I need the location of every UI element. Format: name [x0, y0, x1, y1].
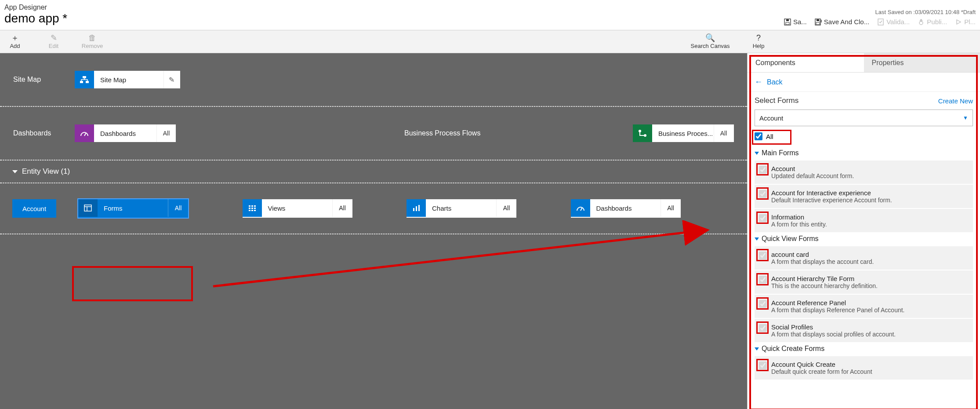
form-item-checkbox[interactable]	[759, 252, 767, 259]
page-subtitle: App Designer	[4, 4, 67, 11]
header-actions: Sa... Save And Clo... Valida... Publi...…	[784, 18, 976, 26]
dash-left: Dashboards All	[75, 124, 404, 142]
validate-button[interactable]: Valida...	[877, 18, 910, 26]
entity-select[interactable]: Account ▼	[755, 110, 973, 126]
form-group-header[interactable]: Quick View Forms	[755, 235, 973, 243]
form-item[interactable]: Account for Interactive experienceDefaul…	[755, 185, 973, 208]
charts-badge: All	[496, 199, 516, 217]
caret-down-icon	[755, 347, 759, 351]
svg-rect-19	[251, 205, 253, 207]
play-button[interactable]: Pl...	[955, 18, 976, 26]
caret-down-icon	[755, 152, 759, 155]
remove-button[interactable]: 🗑 Remove	[79, 34, 105, 49]
svg-rect-2	[786, 19, 789, 21]
form-group-header[interactable]: Main Forms	[755, 149, 973, 157]
save-icon	[784, 18, 791, 26]
form-item-checkbox[interactable]	[759, 190, 767, 198]
annotation-box-forms	[72, 266, 193, 301]
component-cell-views: Views All	[243, 199, 407, 218]
form-item-title: Account Hierarchy Tile Form	[771, 275, 878, 282]
filter-all-checkbox[interactable]: All	[755, 132, 773, 140]
bpf-label: Business Process Flows	[404, 129, 480, 137]
form-item[interactable]: account cardA form that displays the acc…	[755, 246, 973, 270]
forms-tile-label: Forms	[98, 199, 168, 217]
views-badge: All	[332, 199, 352, 217]
component-cell-charts: Charts All	[407, 199, 571, 218]
forms-badge: All	[168, 199, 188, 217]
svg-rect-23	[254, 208, 256, 209]
svg-rect-18	[249, 205, 250, 207]
panel-tabs: Components Properties	[748, 53, 980, 73]
help-icon: ?	[756, 34, 761, 42]
sitemap-tile[interactable]: Site Map ✎	[75, 71, 180, 88]
toolbar-left: ＋ Add ✎ Edit 🗑 Remove	[2, 34, 105, 49]
svg-rect-25	[251, 210, 253, 211]
form-item-checkbox[interactable]	[759, 300, 767, 308]
add-button[interactable]: ＋ Add	[2, 34, 28, 49]
sitemap-edit-button[interactable]: ✎	[163, 71, 179, 88]
svg-rect-22	[251, 208, 253, 209]
tab-components[interactable]: Components	[748, 53, 864, 72]
select-forms-title: Select Forms	[755, 96, 799, 105]
form-item-checkbox[interactable]	[759, 166, 767, 174]
sitemap-label: Site Map	[13, 76, 57, 84]
bpf-tile[interactable]: Business Proces... All	[633, 124, 734, 142]
help-button[interactable]: ? Help	[745, 34, 772, 49]
dashboards-row: Dashboards Dashboards All Business Proce…	[0, 107, 747, 160]
panel-body: Select Forms Create New Account ▼ All Ma…	[748, 92, 980, 409]
svg-rect-10	[86, 81, 89, 83]
form-item[interactable]: Account Reference PanelA form that displ…	[755, 295, 973, 318]
entity-row: Account Forms All	[0, 183, 747, 234]
validate-icon	[877, 18, 884, 26]
tab-properties[interactable]: Properties	[864, 53, 980, 72]
svg-point-13	[644, 134, 646, 137]
form-item-checkbox[interactable]	[759, 214, 767, 222]
select-forms-header: Select Forms Create New	[755, 96, 973, 105]
form-item-desc: A form that displays social profiles of …	[771, 331, 896, 338]
sitemap-row: Site Map Site Map ✎	[0, 53, 747, 106]
entity-account-button[interactable]: Account	[12, 199, 56, 218]
sitemap-icon	[75, 71, 94, 88]
search-canvas-button[interactable]: 🔍 Search Canvas	[688, 34, 732, 49]
forms-tile[interactable]: Forms All	[78, 199, 188, 218]
dashboards-tile-label: Dashboards	[94, 124, 156, 142]
views-tile[interactable]: Views All	[243, 199, 352, 218]
views-icon	[243, 199, 262, 217]
form-item-checkbox[interactable]	[759, 362, 767, 369]
back-button[interactable]: ← Back	[748, 73, 980, 92]
last-saved-label: Last Saved on :03/09/2021 10:48 *Draft	[784, 9, 976, 15]
dashboards-tile[interactable]: Dashboards All	[75, 124, 176, 142]
form-item-checkbox[interactable]	[759, 276, 767, 284]
form-item-checkbox[interactable]	[759, 324, 767, 332]
svg-rect-24	[249, 210, 250, 211]
form-item-desc: Updated default Account form.	[771, 172, 854, 179]
sitemap-section: Site Map Site Map ✎	[0, 53, 747, 107]
publish-button[interactable]: Publi...	[918, 18, 947, 26]
form-item-desc: A form for this entity.	[771, 221, 827, 228]
form-item[interactable]: Social ProfilesA form that displays soci…	[755, 319, 973, 342]
form-item-title: Social Profiles	[771, 323, 896, 331]
gauge2-icon	[571, 199, 590, 217]
pencil-icon: ✎	[51, 34, 57, 42]
entity-view-header[interactable]: Entity View (1)	[0, 161, 747, 183]
svg-rect-27	[413, 208, 414, 211]
charts-tile[interactable]: Charts All	[407, 199, 516, 218]
entity-dashboards-tile[interactable]: Dashboards All	[571, 199, 681, 218]
form-item[interactable]: Account Quick CreateDefault quick create…	[755, 356, 973, 380]
form-group-header[interactable]: Quick Create Forms	[755, 345, 973, 353]
gauge-icon	[75, 124, 94, 142]
forms-icon	[78, 199, 98, 217]
form-item[interactable]: InformationA form for this entity.	[755, 209, 973, 232]
edit-button[interactable]: ✎ Edit	[40, 34, 67, 49]
caret-down-icon	[755, 237, 759, 241]
svg-point-12	[639, 130, 641, 132]
form-item[interactable]: Account Hierarchy Tile FormThis is the a…	[755, 270, 973, 294]
filter-all-input[interactable]	[755, 132, 762, 140]
form-item-title: Account Reference Panel	[771, 299, 905, 307]
form-item[interactable]: AccountUpdated default Account form.	[755, 161, 973, 184]
save-and-close-button[interactable]: Save And Clo...	[815, 18, 869, 26]
save-button[interactable]: Sa...	[784, 18, 807, 26]
create-new-link[interactable]: Create New	[938, 97, 973, 105]
component-cell-dashboards: Dashboards All	[571, 199, 735, 218]
svg-rect-14	[84, 205, 91, 211]
